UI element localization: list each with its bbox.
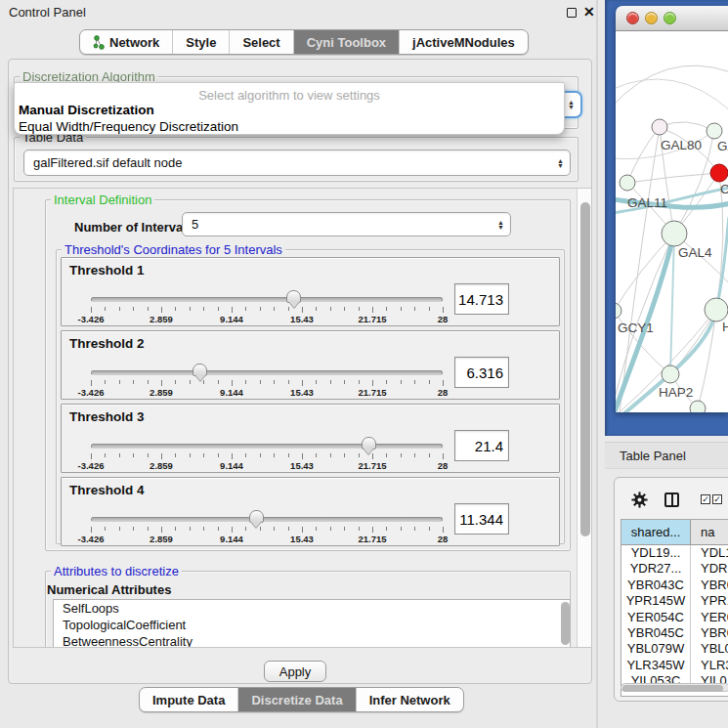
slider-tick	[330, 307, 331, 311]
slider-tick	[105, 453, 106, 457]
tab-impute-data[interactable]: Impute Data	[140, 688, 238, 711]
table-body: YDL19...YDL1YDR27...YDR2YBR043CYBR0YPR14…	[621, 545, 728, 690]
slider-tick	[148, 453, 149, 457]
checkbox-icon[interactable]: ✓	[712, 494, 722, 504]
slider-tick	[203, 307, 204, 311]
tab-jactivemnodules[interactable]: jActiveMNodules	[400, 30, 528, 54]
slider-tick-label: 2.859	[150, 534, 173, 544]
slider-tick	[372, 307, 373, 313]
table-row[interactable]: YBR043CYBR0	[621, 578, 728, 593]
network-node-ga[interactable]	[707, 123, 722, 139]
column-header[interactable]: na	[691, 520, 728, 544]
slider-tick	[302, 453, 303, 459]
cell-name: YDL1	[691, 545, 728, 561]
network-node-gal11[interactable]	[620, 175, 635, 191]
network-node-c[interactable]	[710, 164, 728, 182]
slider-tick	[260, 527, 261, 531]
network-edge	[616, 79, 728, 111]
network-edge	[616, 65, 728, 107]
combo-stepper-icon: ▲▼	[557, 158, 564, 168]
horizontal-scrollbar-thumb[interactable]	[622, 685, 723, 692]
column-header[interactable]: shared...	[621, 520, 691, 544]
slider-thumb[interactable]	[193, 364, 207, 376]
threshold-value-field[interactable]: 6.316	[454, 357, 509, 388]
slider-tick-label: 2.859	[150, 314, 173, 324]
slider-track[interactable]	[91, 297, 443, 302]
apply-button[interactable]: Apply	[264, 661, 326, 682]
slider-tick	[372, 527, 373, 533]
slider-tick-label: -3.426	[78, 314, 105, 324]
minimize-traffic-light-icon[interactable]	[645, 12, 658, 24]
gear-icon[interactable]	[631, 492, 648, 508]
slider-thumb[interactable]	[362, 437, 376, 450]
float-window-icon[interactable]	[567, 8, 577, 18]
slider-tick	[203, 527, 204, 531]
table-row[interactable]: YLR345WYLR3	[621, 658, 728, 673]
network-graph: GAL80GACGAL11GAL4GCY1HHAP2	[616, 31, 728, 412]
table-data-value: galFiltered.sif default node	[33, 155, 182, 170]
checkbox-icon[interactable]: ✓	[701, 494, 710, 504]
panel-divider[interactable]	[596, 0, 598, 728]
close-traffic-light-icon[interactable]	[626, 12, 639, 24]
slider-tick	[288, 453, 289, 457]
network-node-gcy1[interactable]	[616, 303, 621, 319]
tab-network[interactable]: Network	[80, 30, 173, 54]
node-label-c: C	[720, 182, 728, 196]
slider-thumb[interactable]	[249, 510, 264, 523]
slider-tick	[148, 527, 149, 531]
algorithm-option[interactable]: Equal Width/Frequency Discretization	[19, 119, 238, 134]
slider-tick-label: 28	[438, 314, 449, 324]
slider-tick	[401, 453, 402, 457]
threshold-label: Threshold 3	[69, 409, 145, 424]
node-label-hap2: HAP2	[659, 385, 693, 400]
slider-tick-label: 21.715	[358, 460, 386, 471]
numerical-attributes-list[interactable]: SelfLoopsTopologicalCoefficientBetweenne…	[53, 599, 571, 648]
attribute-list-item[interactable]: TopologicalCoefficient	[54, 617, 570, 633]
horizontal-scrollbar-track[interactable]	[621, 683, 728, 692]
slider-track[interactable]	[91, 370, 443, 375]
network-canvas[interactable]: GAL80GACGAL11GAL4GCY1HHAP2	[616, 31, 728, 412]
table-row[interactable]: YBR045CYBR0	[621, 625, 728, 641]
threshold-label: Threshold 1	[69, 263, 145, 278]
cell-shared-name: YLR345W	[621, 658, 691, 673]
network-node-hap2[interactable]	[662, 365, 679, 383]
network-window-titlebar[interactable]	[616, 6, 728, 31]
slider-thumb[interactable]	[286, 290, 301, 303]
network-node-gal4[interactable]	[662, 221, 687, 246]
table-panel-title: Table Panel	[620, 449, 686, 463]
number-of-intervals-combobox[interactable]: 5 ▲▼	[182, 212, 511, 236]
zoom-traffic-light-icon[interactable]	[664, 12, 676, 24]
table-row[interactable]: YDR27...YDR2	[621, 561, 728, 577]
slider-tick	[203, 380, 204, 384]
tab-infer-network[interactable]: Infer Network	[357, 688, 463, 711]
table-row[interactable]: YBL079WYBL0	[621, 641, 728, 657]
table-row[interactable]: YER054CYER0	[621, 610, 728, 625]
tab-cyni-toolbox[interactable]: Cyni Toolbox	[294, 30, 400, 54]
threshold-value-field[interactable]: 11.344	[454, 503, 509, 535]
slider-tick	[401, 380, 402, 384]
attribute-list-item[interactable]: SelfLoops	[54, 600, 570, 617]
threshold-value-field[interactable]: 14.713	[454, 283, 509, 315]
attribute-list-item[interactable]: BetweennessCentrality	[54, 633, 570, 648]
slider-track[interactable]	[91, 517, 443, 522]
tab-discretize-data[interactable]: Discretize Data	[238, 688, 356, 711]
close-icon[interactable]: ✕	[583, 4, 595, 20]
panel-scrollbar-thumb[interactable]	[580, 202, 590, 536]
split-columns-icon[interactable]	[664, 492, 679, 507]
tab-select[interactable]: Select	[230, 30, 293, 54]
network-window: GAL80GACGAL11GAL4GCY1HHAP2	[616, 6, 728, 412]
number-of-intervals-value: 5	[192, 217, 198, 232]
threshold-value-field[interactable]: 21.4	[454, 430, 509, 461]
table-data-combobox[interactable]: galFiltered.sif default node ▲▼	[23, 150, 571, 176]
slider-track[interactable]	[91, 444, 443, 449]
slider-tick-label: 15.43	[290, 314, 314, 324]
network-node-gal80[interactable]	[652, 119, 667, 135]
network-node-h[interactable]	[705, 298, 728, 321]
tab-style[interactable]: Style	[173, 30, 230, 54]
slider-tick-label: 21.715	[358, 314, 386, 324]
algorithm-option[interactable]: Manual Discretization	[19, 103, 154, 117]
network-node-node[interactable]	[690, 401, 706, 412]
table-row[interactable]: YDL19...YDL1	[621, 545, 728, 561]
list-scrollbar-thumb[interactable]	[561, 602, 570, 645]
table-row[interactable]: YPR145WYPR1	[621, 593, 728, 609]
